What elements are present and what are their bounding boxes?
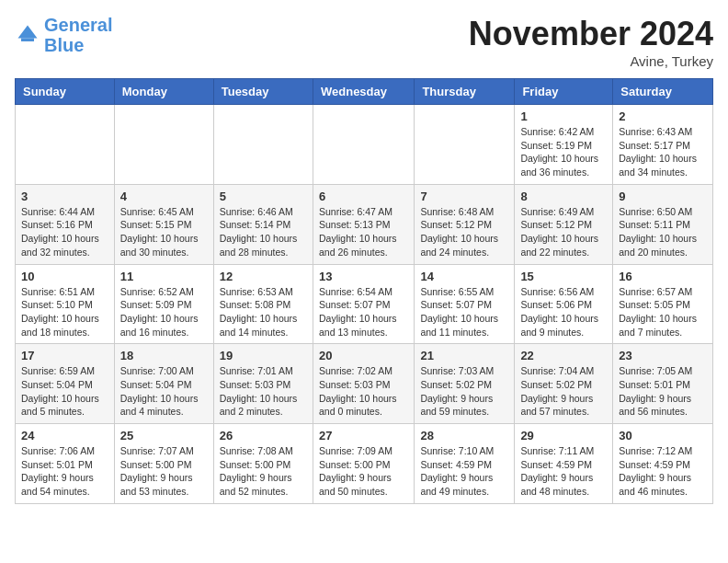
- day-number: 30: [619, 429, 707, 442]
- day-number: 13: [319, 270, 408, 283]
- calendar-week-2: 3Sunrise: 6:44 AM Sunset: 5:16 PM Daylig…: [16, 184, 713, 264]
- cell-text: Sunrise: 6:59 AM Sunset: 5:04 PM Dayligh…: [21, 364, 108, 419]
- calendar-cell: 6Sunrise: 6:47 AM Sunset: 5:13 PM Daylig…: [313, 184, 414, 264]
- calendar-cell: 28Sunrise: 7:10 AM Sunset: 4:59 PM Dayli…: [415, 424, 515, 504]
- calendar-cell: 17Sunrise: 6:59 AM Sunset: 5:04 PM Dayli…: [16, 344, 115, 424]
- calendar-cell: 26Sunrise: 7:08 AM Sunset: 5:00 PM Dayli…: [213, 424, 313, 504]
- calendar-cell: 3Sunrise: 6:44 AM Sunset: 5:16 PM Daylig…: [16, 184, 115, 264]
- cell-text: Sunrise: 7:09 AM Sunset: 5:00 PM Dayligh…: [319, 444, 408, 499]
- day-number: 10: [21, 270, 108, 283]
- calendar-cell: [415, 105, 515, 185]
- calendar-cell: 14Sunrise: 6:55 AM Sunset: 5:07 PM Dayli…: [415, 264, 515, 344]
- day-number: 27: [319, 429, 408, 442]
- calendar-cell: [114, 105, 213, 185]
- day-number: 6: [319, 190, 408, 203]
- day-number: 29: [520, 429, 607, 442]
- day-number: 18: [120, 349, 208, 362]
- cell-text: Sunrise: 7:02 AM Sunset: 5:03 PM Dayligh…: [319, 364, 408, 419]
- calendar-cell: 7Sunrise: 6:48 AM Sunset: 5:12 PM Daylig…: [415, 184, 515, 264]
- cell-text: Sunrise: 7:00 AM Sunset: 5:04 PM Dayligh…: [120, 364, 208, 419]
- calendar-cell: 10Sunrise: 6:51 AM Sunset: 5:10 PM Dayli…: [16, 264, 115, 344]
- day-number: 4: [120, 190, 208, 203]
- cell-text: Sunrise: 7:08 AM Sunset: 5:00 PM Dayligh…: [220, 444, 307, 499]
- calendar-cell: 22Sunrise: 7:04 AM Sunset: 5:02 PM Dayli…: [515, 344, 613, 424]
- day-number: 14: [420, 270, 508, 283]
- day-number: 22: [520, 349, 607, 362]
- day-number: 28: [420, 429, 508, 442]
- day-number: 20: [319, 349, 408, 362]
- calendar-week-3: 10Sunrise: 6:51 AM Sunset: 5:10 PM Dayli…: [16, 264, 713, 344]
- calendar-cell: 11Sunrise: 6:52 AM Sunset: 5:09 PM Dayli…: [114, 264, 213, 344]
- weekday-header-friday: Friday: [515, 79, 613, 105]
- day-number: 8: [520, 190, 607, 203]
- cell-text: Sunrise: 7:03 AM Sunset: 5:02 PM Dayligh…: [420, 364, 508, 419]
- calendar-cell: [213, 105, 313, 185]
- cell-text: Sunrise: 6:44 AM Sunset: 5:16 PM Dayligh…: [21, 205, 108, 259]
- cell-text: Sunrise: 6:51 AM Sunset: 5:10 PM Dayligh…: [21, 285, 108, 339]
- day-number: 5: [220, 190, 307, 203]
- calendar-week-1: 1Sunrise: 6:42 AM Sunset: 5:19 PM Daylig…: [16, 105, 713, 185]
- cell-text: Sunrise: 7:10 AM Sunset: 4:59 PM Dayligh…: [420, 444, 508, 499]
- logo: General Blue: [15, 15, 112, 55]
- calendar-body: 1Sunrise: 6:42 AM Sunset: 5:19 PM Daylig…: [16, 105, 713, 504]
- day-number: 24: [21, 429, 108, 442]
- cell-text: Sunrise: 6:50 AM Sunset: 5:11 PM Dayligh…: [619, 205, 707, 259]
- day-number: 26: [220, 429, 307, 442]
- cell-text: Sunrise: 7:12 AM Sunset: 4:59 PM Dayligh…: [619, 444, 707, 499]
- cell-text: Sunrise: 6:43 AM Sunset: 5:17 PM Dayligh…: [619, 125, 707, 179]
- calendar-cell: 16Sunrise: 6:57 AM Sunset: 5:05 PM Dayli…: [613, 264, 713, 344]
- calendar-cell: 27Sunrise: 7:09 AM Sunset: 5:00 PM Dayli…: [313, 424, 414, 504]
- cell-text: Sunrise: 6:54 AM Sunset: 5:07 PM Dayligh…: [319, 285, 408, 339]
- title-block: November 2024 Avine, Turkey: [469, 15, 713, 69]
- day-number: 21: [420, 349, 508, 362]
- weekday-header-thursday: Thursday: [415, 79, 515, 105]
- calendar-cell: 20Sunrise: 7:02 AM Sunset: 5:03 PM Dayli…: [313, 344, 414, 424]
- calendar-week-4: 17Sunrise: 6:59 AM Sunset: 5:04 PM Dayli…: [16, 344, 713, 424]
- calendar-cell: 24Sunrise: 7:06 AM Sunset: 5:01 PM Dayli…: [16, 424, 115, 504]
- calendar-header: SundayMondayTuesdayWednesdayThursdayFrid…: [16, 79, 713, 105]
- day-number: 15: [520, 270, 607, 283]
- cell-text: Sunrise: 7:11 AM Sunset: 4:59 PM Dayligh…: [520, 444, 607, 499]
- cell-text: Sunrise: 6:42 AM Sunset: 5:19 PM Dayligh…: [520, 125, 607, 179]
- day-number: 23: [619, 349, 707, 362]
- svg-marker-0: [18, 26, 38, 39]
- logo-icon: [15, 22, 40, 48]
- weekday-header-sunday: Sunday: [16, 79, 115, 105]
- logo-blue: Blue: [44, 35, 84, 55]
- calendar-week-5: 24Sunrise: 7:06 AM Sunset: 5:01 PM Dayli…: [16, 424, 713, 504]
- cell-text: Sunrise: 7:04 AM Sunset: 5:02 PM Dayligh…: [520, 364, 607, 419]
- day-number: 19: [220, 349, 307, 362]
- calendar-cell: [313, 105, 414, 185]
- weekday-header-monday: Monday: [114, 79, 213, 105]
- weekday-header-tuesday: Tuesday: [213, 79, 313, 105]
- cell-text: Sunrise: 7:01 AM Sunset: 5:03 PM Dayligh…: [220, 364, 307, 419]
- calendar-cell: 2Sunrise: 6:43 AM Sunset: 5:17 PM Daylig…: [613, 105, 713, 185]
- calendar-cell: 25Sunrise: 7:07 AM Sunset: 5:00 PM Dayli…: [114, 424, 213, 504]
- cell-text: Sunrise: 6:56 AM Sunset: 5:06 PM Dayligh…: [520, 285, 607, 339]
- calendar-cell: 9Sunrise: 6:50 AM Sunset: 5:11 PM Daylig…: [613, 184, 713, 264]
- calendar-cell: 13Sunrise: 6:54 AM Sunset: 5:07 PM Dayli…: [313, 264, 414, 344]
- day-number: 17: [21, 349, 108, 362]
- calendar-cell: 19Sunrise: 7:01 AM Sunset: 5:03 PM Dayli…: [213, 344, 313, 424]
- calendar-cell: 15Sunrise: 6:56 AM Sunset: 5:06 PM Dayli…: [515, 264, 613, 344]
- day-number: 7: [420, 190, 508, 203]
- weekday-header-saturday: Saturday: [613, 79, 713, 105]
- day-number: 11: [120, 270, 208, 283]
- location: Avine, Turkey: [469, 53, 713, 69]
- calendar-cell: 29Sunrise: 7:11 AM Sunset: 4:59 PM Dayli…: [515, 424, 613, 504]
- logo-text: General Blue: [44, 15, 112, 55]
- cell-text: Sunrise: 6:47 AM Sunset: 5:13 PM Dayligh…: [319, 205, 408, 259]
- day-number: 3: [21, 190, 108, 203]
- cell-text: Sunrise: 6:46 AM Sunset: 5:14 PM Dayligh…: [220, 205, 307, 259]
- calendar-cell: 30Sunrise: 7:12 AM Sunset: 4:59 PM Dayli…: [613, 424, 713, 504]
- weekday-row: SundayMondayTuesdayWednesdayThursdayFrid…: [16, 79, 713, 105]
- calendar-cell: 23Sunrise: 7:05 AM Sunset: 5:01 PM Dayli…: [613, 344, 713, 424]
- day-number: 9: [619, 190, 707, 203]
- cell-text: Sunrise: 6:48 AM Sunset: 5:12 PM Dayligh…: [420, 205, 508, 259]
- logo-general: General: [44, 15, 112, 35]
- calendar-cell: 21Sunrise: 7:03 AM Sunset: 5:02 PM Dayli…: [415, 344, 515, 424]
- cell-text: Sunrise: 6:45 AM Sunset: 5:15 PM Dayligh…: [120, 205, 208, 259]
- calendar-cell: [16, 105, 115, 185]
- day-number: 1: [520, 109, 607, 123]
- cell-text: Sunrise: 6:53 AM Sunset: 5:08 PM Dayligh…: [220, 285, 307, 339]
